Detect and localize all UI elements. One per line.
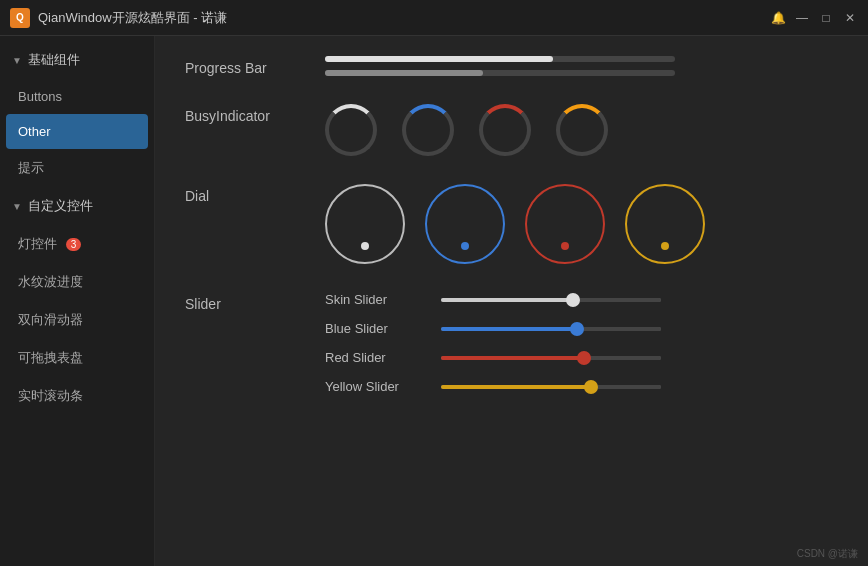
skin-slider-remaining — [573, 298, 661, 302]
sidebar-section-custom-label: 自定义控件 — [28, 197, 93, 215]
progress-bar-label: Progress Bar — [185, 56, 325, 76]
dial-section: Dial — [185, 184, 838, 264]
sidebar-item-scroll[interactable]: 实时滚动条 — [0, 377, 154, 415]
blue-slider-remaining — [577, 327, 661, 331]
app-logo: Q — [10, 8, 30, 28]
skin-slider-name: Skin Slider — [325, 292, 425, 307]
busy-indicator-yellow — [556, 104, 608, 156]
dial-dot-red — [561, 242, 569, 250]
busy-indicator-white — [325, 104, 377, 156]
yellow-slider-name: Yellow Slider — [325, 379, 425, 394]
expand-arrow-custom: ▼ — [12, 201, 22, 212]
sidebar-section-basic-label: 基础组件 — [28, 51, 80, 69]
sidebar-item-wave[interactable]: 水纹波进度 — [0, 263, 154, 301]
sidebar-item-dial[interactable]: 可拖拽表盘 — [0, 339, 154, 377]
minimize-button[interactable]: — — [794, 10, 810, 26]
dial-blue[interactable] — [425, 184, 505, 264]
blue-slider-filled — [441, 327, 577, 331]
progress-bar-section: Progress Bar — [185, 56, 838, 76]
busy-indicator-label: BusyIndicator — [185, 104, 325, 124]
busy-indicator-red — [479, 104, 531, 156]
red-slider-track[interactable] — [441, 356, 661, 360]
credit-text: CSDN @诺谦 — [797, 547, 858, 561]
skin-slider-track[interactable] — [441, 298, 661, 302]
yellow-slider-thumb[interactable] — [584, 380, 598, 394]
dial-white[interactable] — [325, 184, 405, 264]
yellow-slider-remaining — [591, 385, 661, 389]
dial-label: Dial — [185, 184, 325, 204]
blue-slider-name: Blue Slider — [325, 321, 425, 336]
skin-slider-filled — [441, 298, 573, 302]
progress-track-2 — [325, 70, 675, 76]
busy-indicator-blue — [402, 104, 454, 156]
busy-indicator-content — [325, 104, 838, 156]
progress-fill-1 — [325, 56, 553, 62]
slider-content: Skin Slider Blue Slider — [325, 292, 838, 394]
light-badge: 3 — [66, 238, 82, 251]
dial-dot-blue — [461, 242, 469, 250]
sidebar-item-tips[interactable]: 提示 — [0, 149, 154, 187]
progress-track-1 — [325, 56, 675, 62]
slider-label: Slider — [185, 292, 325, 312]
skin-slider-thumb[interactable] — [566, 293, 580, 307]
busy-indicator-section: BusyIndicator — [185, 104, 838, 156]
title-bar: Q QianWindow开源炫酷界面 - 诺谦 🔔 — □ ✕ — [0, 0, 868, 36]
yellow-slider-track[interactable] — [441, 385, 661, 389]
yellow-slider-row: Yellow Slider — [325, 379, 838, 394]
sidebar-item-buttons[interactable]: Buttons — [0, 79, 154, 114]
red-slider-row: Red Slider — [325, 350, 838, 365]
dial-yellow[interactable] — [625, 184, 705, 264]
bell-icon[interactable]: 🔔 — [770, 10, 786, 26]
progress-container — [325, 56, 838, 76]
sidebar-section-custom[interactable]: ▼ 自定义控件 — [0, 187, 154, 225]
dial-content — [325, 184, 838, 264]
sidebar-item-bidir-slider[interactable]: 双向滑动器 — [0, 301, 154, 339]
maximize-button[interactable]: □ — [818, 10, 834, 26]
sidebar: ▼ 基础组件 Buttons Other 提示 ▼ 自定义控件 灯控件 3 水纹… — [0, 36, 155, 566]
content-area: Progress Bar BusyIndicator — [155, 36, 868, 566]
slider-group: Skin Slider Blue Slider — [325, 292, 838, 394]
sidebar-item-other[interactable]: Other — [6, 114, 148, 149]
red-slider-filled — [441, 356, 584, 360]
dial-dot-yellow — [661, 242, 669, 250]
yellow-slider-filled — [441, 385, 591, 389]
skin-slider-row: Skin Slider — [325, 292, 838, 307]
progress-bar-content — [325, 56, 838, 76]
dial-red[interactable] — [525, 184, 605, 264]
progress-fill-2 — [325, 70, 483, 76]
blue-slider-thumb[interactable] — [570, 322, 584, 336]
dial-row — [325, 184, 838, 264]
sidebar-item-light[interactable]: 灯控件 3 — [0, 225, 154, 263]
sidebar-section-basic[interactable]: ▼ 基础组件 — [0, 41, 154, 79]
dial-dot-white — [361, 242, 369, 250]
app-title: QianWindow开源炫酷界面 - 诺谦 — [38, 9, 227, 27]
red-slider-name: Red Slider — [325, 350, 425, 365]
slider-section: Slider Skin Slider Blue Slider — [185, 292, 838, 394]
close-button[interactable]: ✕ — [842, 10, 858, 26]
blue-slider-track[interactable] — [441, 327, 661, 331]
window-controls: 🔔 — □ ✕ — [770, 10, 858, 26]
main-layout: ▼ 基础组件 Buttons Other 提示 ▼ 自定义控件 灯控件 3 水纹… — [0, 36, 868, 566]
expand-arrow-basic: ▼ — [12, 55, 22, 66]
red-slider-thumb[interactable] — [577, 351, 591, 365]
busy-row — [325, 104, 838, 156]
blue-slider-row: Blue Slider — [325, 321, 838, 336]
red-slider-remaining — [584, 356, 661, 360]
